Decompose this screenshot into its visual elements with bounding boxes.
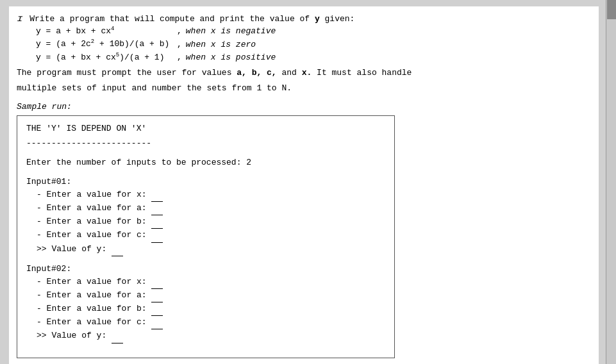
input-02-field-c: - Enter a value for c: bbox=[37, 316, 385, 329]
input-c-02[interactable] bbox=[151, 316, 163, 329]
formula-3-lhs: y = (a + bx + cx5)/(a + 1) bbox=[36, 51, 177, 64]
input-02-field-b: - Enter a value for b: bbox=[37, 302, 385, 316]
terminal-box: THE 'Y' IS DEPEND ON 'X' ---------------… bbox=[17, 115, 395, 358]
formula-row-3: y = (a + bx + cx5)/(a + 1) , when x is p… bbox=[36, 51, 591, 64]
intro-line: ɪ Write a program that will compute and … bbox=[17, 13, 591, 24]
intro-text: Write a program that will compute and pr… bbox=[29, 14, 354, 24]
input-01-section: Input#01: - Enter a value for x: - Enter… bbox=[26, 176, 385, 256]
formula-block: y = a + bx + cx4 , when x is negative y … bbox=[36, 25, 591, 64]
terminal-title: THE 'Y' IS DEPEND ON 'X' bbox=[26, 122, 385, 135]
input-b-01[interactable] bbox=[151, 215, 163, 229]
output-y-02[interactable] bbox=[112, 329, 123, 343]
sample-run-label: Sample run: bbox=[17, 102, 591, 112]
input-01-field-c: - Enter a value for c: bbox=[37, 229, 385, 242]
input-c-01[interactable] bbox=[151, 229, 163, 242]
input-a-01[interactable] bbox=[151, 202, 163, 215]
output-y-01[interactable] bbox=[112, 243, 123, 256]
formula-row-1: y = a + bx + cx4 , when x is negative bbox=[36, 25, 591, 38]
input-02-output: >> Value of y: bbox=[37, 329, 385, 343]
page-content: ɪ Write a program that will compute and … bbox=[9, 6, 599, 364]
scrollbar[interactable] bbox=[606, 0, 616, 364]
italic-i: ɪ bbox=[17, 13, 22, 24]
formula-2-when: when x is zero bbox=[186, 38, 256, 51]
terminal-divider: ------------------------- bbox=[26, 137, 385, 150]
input-x-01[interactable] bbox=[151, 188, 163, 202]
formula-1-when: when x is negative bbox=[186, 25, 276, 38]
scrollbar-thumb[interactable] bbox=[607, 0, 616, 19]
input-02-section: Input#02: - Enter a value for x: - Enter… bbox=[26, 263, 385, 343]
input-01-field-a: - Enter a value for a: bbox=[37, 202, 385, 215]
description-line-1: The program must prompt the user for val… bbox=[17, 67, 591, 79]
input-02-label: Input#02: bbox=[26, 263, 385, 276]
formula-row-2: y = (a + 2c2 + 10b)/(a + b) , when x is … bbox=[36, 38, 591, 51]
input-02-field-a: - Enter a value for a: bbox=[37, 289, 385, 302]
input-01-field-x: - Enter a value for x: bbox=[37, 188, 385, 202]
formula-2-lhs: y = (a + 2c2 + 10b)/(a + b) bbox=[36, 38, 177, 51]
input-a-02[interactable] bbox=[151, 289, 163, 302]
prompt-section: Enter the number of inputs to be process… bbox=[26, 156, 385, 169]
input-01-field-b: - Enter a value for b: bbox=[37, 215, 385, 229]
prompt-line: Enter the number of inputs to be process… bbox=[26, 158, 251, 167]
abcx-bold: a, b, c, bbox=[237, 68, 276, 78]
description-line-2: multiple sets of input and number the se… bbox=[17, 82, 591, 95]
input-b-02[interactable] bbox=[151, 302, 163, 316]
formula-1-lhs: y = a + bx + cx4 bbox=[36, 25, 177, 38]
x-bold: x. bbox=[302, 68, 312, 78]
formula-3-when: when x is positive bbox=[186, 51, 276, 64]
input-x-02[interactable] bbox=[151, 276, 163, 289]
input-01-label: Input#01: bbox=[26, 176, 385, 188]
input-02-field-x: - Enter a value for x: bbox=[37, 276, 385, 289]
y-label: y bbox=[315, 14, 320, 24]
input-01-output: >> Value of y: bbox=[37, 243, 385, 256]
